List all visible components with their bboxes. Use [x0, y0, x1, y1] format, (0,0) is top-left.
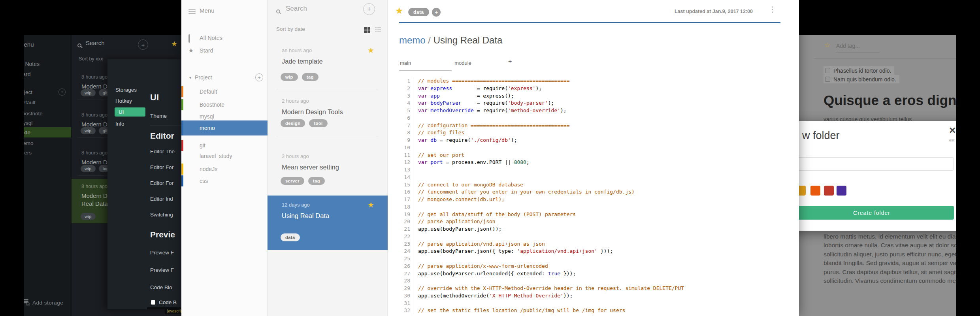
menu-label[interactable]: Menu [200, 7, 215, 14]
folder-label: git [181, 142, 205, 149]
tag-pill[interactable]: tag [302, 73, 318, 81]
project-group-label[interactable]: Project [195, 74, 212, 81]
tag-pill[interactable]: wip [81, 127, 96, 134]
code-line: 18 [399, 203, 790, 211]
folder-name-input[interactable] [790, 157, 954, 171]
todo-item[interactable]: Phasellus id tortor odio. [824, 66, 894, 75]
search-input[interactable]: Search [286, 5, 307, 13]
sort-by-dropdown[interactable]: Sort by date [276, 26, 305, 32]
code-line: 5var methodOverride = require('method-ov… [399, 107, 790, 115]
menu-icon[interactable] [188, 8, 196, 15]
note-star-icon[interactable]: ★ [395, 6, 403, 16]
tag-pill[interactable]: wip [81, 89, 96, 96]
tag-pill[interactable]: wip [281, 73, 298, 81]
kebab-menu-icon[interactable]: ⋮ [769, 8, 776, 11]
code-text: // connect to our mongoDB database [414, 181, 523, 189]
folder-color-swatch[interactable] [824, 186, 834, 196]
tag-pill[interactable]: data [281, 233, 300, 241]
dark-add-folder-button[interactable]: + [58, 88, 66, 96]
note-list-item[interactable]: 2 hours agoModern Design Toolsdesigntool [268, 92, 388, 136]
list-view-icon[interactable] [375, 26, 381, 32]
note-item-star-icon[interactable]: ★ [368, 200, 374, 209]
add-folder-button[interactable]: + [255, 73, 263, 81]
todo-item[interactable]: Nam quis bibendum odio. [824, 75, 899, 83]
folder-color-swatch[interactable] [810, 186, 820, 196]
settings-theme-label: Theme [150, 113, 167, 119]
note-list-item[interactable]: 3 hours agoMean server settingservertag [268, 147, 388, 194]
tag-pill[interactable]: design [281, 119, 305, 127]
code-token: })); [597, 248, 613, 254]
code-editor[interactable]: 1// modules ============================… [399, 77, 790, 314]
sidebar-folder-Default[interactable]: Default [181, 86, 268, 97]
line-number: 5 [399, 107, 414, 115]
tag-pill[interactable]: tag [308, 177, 325, 185]
note-item-star-icon[interactable]: ★ [368, 46, 374, 55]
code-token: var [418, 159, 427, 165]
note-list-item[interactable]: an hours ago★Jade templatewiptag [268, 41, 388, 90]
tag-pill[interactable]: wip [81, 213, 96, 220]
folder-color-strip [181, 86, 183, 97]
code-text: var app = express(); [414, 92, 514, 100]
create-folder-button[interactable]: Create folder [790, 206, 954, 220]
code-token: = require( [452, 85, 508, 91]
settings-nav-UI[interactable]: UI [115, 107, 145, 117]
sidebar-folder-nodeJs[interactable]: nodeJs [181, 164, 268, 175]
code-line: 16// (uncomment after you enter in your … [399, 188, 790, 196]
dark-sort-label[interactable]: Sort by xxx [79, 56, 103, 62]
code-token: app.use(bodyParser.json()); [418, 226, 501, 232]
close-icon[interactable]: × [949, 124, 956, 137]
tag-pill[interactable]: wip [81, 165, 96, 172]
code-token: var [418, 107, 427, 113]
note-tag-row: data [408, 8, 429, 16]
tab-module[interactable]: module [454, 60, 471, 66]
paragraph-line: sollicitudin aliquet, justo purus effici… [824, 251, 956, 258]
breadcrumb-folder[interactable]: memo [399, 35, 426, 45]
sidebar-folder-Boostnote[interactable]: Boostnote [181, 99, 268, 110]
dark-add-note-button[interactable]: + [138, 40, 148, 50]
tab-main[interactable]: main [400, 60, 411, 66]
code-line: 26// parse application/x-www-form-urlenc… [399, 263, 790, 270]
sidebar-folder-git[interactable]: git [181, 140, 268, 151]
line-number: 23 [399, 241, 414, 248]
sidebar-folder-css[interactable]: css [181, 175, 268, 186]
add-note-button[interactable]: + [363, 3, 375, 15]
dark-editor-star-icon[interactable]: ★ [171, 40, 177, 48]
code-text: // set the static files location /public… [414, 307, 625, 314]
star-outline-icon[interactable]: ☆ [824, 41, 830, 49]
line-number: 2 [399, 85, 414, 92]
sidebar-folder-memo[interactable]: memo [181, 120, 268, 135]
tag-pill[interactable]: server [281, 177, 304, 185]
folder-label: nodeJs [181, 166, 217, 172]
dark-search-input[interactable]: Search [86, 40, 105, 46]
code-token: ); [511, 137, 517, 143]
add-tab-button[interactable]: + [508, 58, 512, 65]
paragraph-line: purus. Cras dapibus dapibus tellus, sit … [824, 269, 956, 276]
line-number: 31 [399, 300, 414, 307]
settings-nav-Info[interactable]: Info [115, 121, 124, 127]
note-list-item[interactable]: 12 days ago★Using Real Datadata [268, 196, 388, 250]
settings-nav-Storages[interactable]: Storages [115, 87, 137, 93]
note-tag-pill[interactable]: data [408, 8, 429, 16]
folder-color-swatch[interactable] [837, 186, 846, 196]
code-token: './config/db' [471, 137, 511, 143]
tag-pill[interactable]: tool [309, 119, 327, 127]
todo-label: Phasellus id tortor odio. [833, 68, 891, 74]
project-caret-icon[interactable]: ▼ [188, 76, 192, 80]
line-number: 26 [399, 263, 414, 270]
editor-panel: ★ data + Last updated at Jan.9, 2017 12:… [388, 0, 799, 316]
sidebar-folder-laravel_study[interactable]: laravel_study [181, 150, 268, 162]
checkbox-icon[interactable] [825, 68, 830, 73]
paragraph-line: libero mattis metus, id elementum velit … [824, 233, 956, 240]
settings-code-checkbox[interactable]: Code B [151, 299, 177, 305]
add-storage-label[interactable]: Add storage [32, 300, 63, 306]
add-tag-input[interactable]: Add tag... [836, 43, 860, 49]
settings-nav-Hotkey[interactable]: Hotkey [115, 98, 132, 104]
note-item-date: 8 hours ago [81, 150, 107, 156]
add-tag-button[interactable]: + [432, 8, 441, 17]
sidebar-item-starred[interactable]: Stard [200, 47, 213, 54]
sidebar-item-all-notes[interactable]: All Notes [200, 35, 222, 41]
checkbox-icon[interactable] [151, 300, 155, 305]
note-item-title: Using Real Data [282, 212, 329, 220]
checkbox-icon[interactable] [825, 77, 830, 82]
grid-view-icon[interactable] [364, 27, 370, 33]
